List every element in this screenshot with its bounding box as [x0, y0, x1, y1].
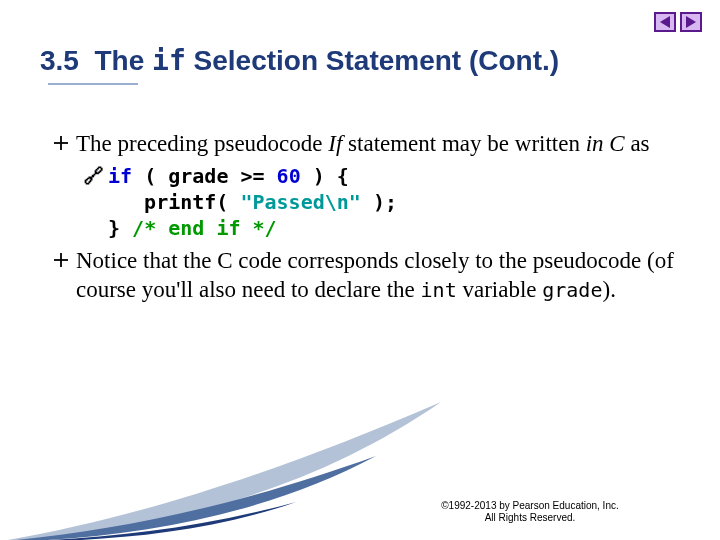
code-lines: if ( grade >= 60 ) { printf( "Passed\n" …: [108, 163, 397, 241]
code-line-1: if ( grade >= 60 ) {: [108, 163, 397, 189]
bullet-1: The preceding pseudocode If statement ma…: [54, 130, 686, 159]
c3-cmt: /* end if */: [132, 216, 277, 240]
next-button[interactable]: [680, 12, 702, 32]
content: The preceding pseudocode If statement ma…: [54, 130, 686, 308]
b2-p3: ).: [602, 277, 615, 302]
prev-button[interactable]: [654, 12, 676, 32]
b1-post: as: [625, 131, 650, 156]
triangle-left-icon: [660, 16, 670, 28]
link-icon: 🔗︎: [84, 163, 108, 189]
bullet-icon: [54, 130, 76, 150]
b1-pre: The preceding pseudocode: [76, 131, 328, 156]
slide: 3.5 The if Selection Statement (Cont.) T…: [0, 0, 720, 540]
copyright-line2: All Rights Reserved.: [380, 512, 680, 524]
b1-mid: statement may be written: [342, 131, 585, 156]
code-line-2: printf( "Passed\n" );: [108, 189, 397, 215]
c3-pre: }: [108, 216, 132, 240]
bullet-1-text: The preceding pseudocode If statement ma…: [76, 130, 686, 159]
b1-ital2: in C: [586, 131, 625, 156]
c1-kw: if: [108, 164, 132, 188]
c1-tail: ) {: [301, 164, 349, 188]
b2-m2: grade: [542, 278, 602, 302]
title-post: Selection Statement (Cont.): [186, 45, 559, 76]
c2-post: );: [361, 190, 397, 214]
nav-buttons: [654, 12, 702, 32]
title-keyword: if: [152, 44, 186, 77]
title-underline: [48, 83, 138, 85]
c1-num: 60: [277, 164, 301, 188]
copyright: ©1992-2013 by Pearson Education, Inc. Al…: [380, 500, 680, 524]
copyright-line1: ©1992-2013 by Pearson Education, Inc.: [380, 500, 680, 512]
triangle-right-icon: [686, 16, 696, 28]
bullet-icon: [54, 247, 76, 267]
slide-title: 3.5 The if Selection Statement (Cont.): [40, 44, 690, 77]
c1-rest: ( grade >=: [132, 164, 277, 188]
svg-marker-0: [660, 16, 670, 28]
code-block: 🔗︎ if ( grade >= 60 ) { printf( "Passed\…: [84, 163, 686, 241]
bullet-2-text: Notice that the C code corresponds close…: [76, 247, 686, 305]
b2-m1: int: [421, 278, 457, 302]
c2-str: "Passed\n": [240, 190, 360, 214]
c2-pre: printf(: [108, 190, 240, 214]
title-number: 3.5: [40, 45, 79, 76]
svg-marker-1: [686, 16, 696, 28]
b2-p2: variable: [457, 277, 543, 302]
code-line-3: } /* end if */: [108, 215, 397, 241]
bullet-2: Notice that the C code corresponds close…: [54, 247, 686, 305]
title-pre: The: [95, 45, 153, 76]
b1-ital1: If: [328, 131, 342, 156]
